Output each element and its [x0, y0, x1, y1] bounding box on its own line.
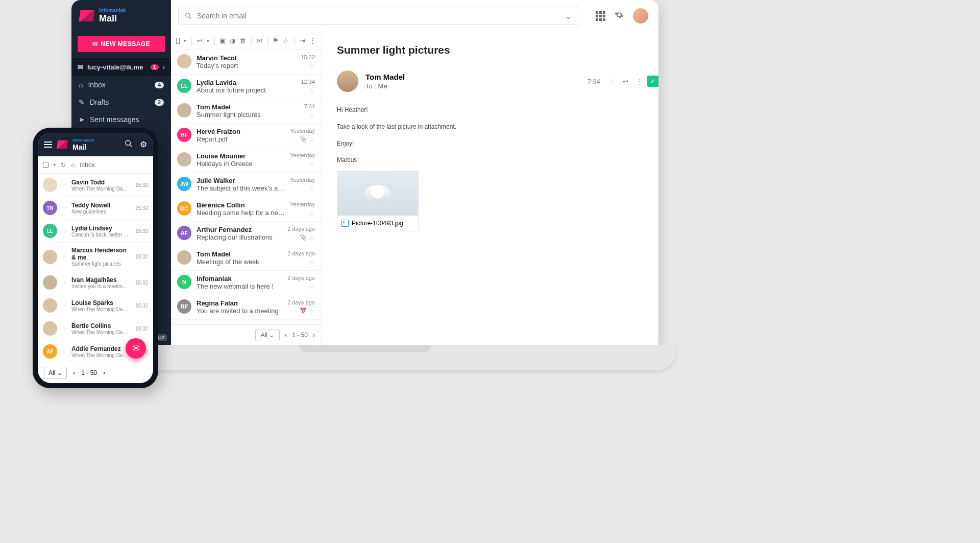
email-time: 7:34 [587, 78, 600, 85]
message-row[interactable]: Louise MounierHolidays in GreeceYesterda… [171, 148, 321, 173]
side-check-badge[interactable] [647, 76, 658, 87]
sidebar-item-sent[interactable]: ➤ Sent messages [71, 111, 171, 128]
star-icon[interactable]: ☆ [309, 185, 315, 193]
message-row[interactable]: JWJulie WalkerThe subject of this week's… [171, 173, 321, 197]
sidebar-item-drafts[interactable]: ✎ Drafts 2 [71, 93, 171, 111]
star-icon[interactable]: ☆ [309, 160, 315, 168]
chevron-right-icon: › [163, 63, 165, 71]
star-icon[interactable]: ☆ [309, 234, 315, 242]
select-dropdown-icon[interactable]: ▾ [184, 38, 186, 43]
prev-page-icon[interactable]: ‹ [285, 332, 287, 339]
compose-fab[interactable]: ✉ [126, 338, 146, 359]
message-row[interactable]: Tom MadelSummer light pictures7:34☆ [171, 99, 321, 124]
star-icon[interactable]: ☆ [309, 209, 315, 217]
message-row[interactable]: ☆Bertie CollinsWhen The Morning Dawns15:… [38, 317, 153, 340]
gear-icon[interactable] [615, 10, 624, 21]
message-row[interactable]: Tom MadelMeetings of the week2 days ago☆ [171, 246, 321, 271]
phone-mock: Infomaniak Mail ⚙ ▾ ↻ ⌂ Inbox ☆Gavin Tod… [33, 128, 158, 388]
star-icon[interactable]: ☆ [62, 279, 67, 286]
more-icon[interactable]: ⋮ [309, 37, 316, 44]
gear-icon[interactable]: ⚙ [140, 139, 147, 150]
more-icon[interactable]: ⋮ [636, 78, 643, 85]
brand: Infomaniak Mail [71, 0, 171, 32]
sidebar-item-label: Sent messages [90, 115, 139, 124]
refresh-icon[interactable]: ↻ [61, 161, 66, 169]
sidebar-item-inbox[interactable]: ⌂ Inbox 4 [71, 76, 171, 93]
star-icon[interactable]: ☆ [608, 78, 615, 85]
profile-avatar[interactable] [633, 8, 648, 23]
body-line: Hi Heather! [337, 104, 643, 116]
hamburger-icon[interactable] [44, 141, 52, 148]
filter-all-dropdown[interactable]: All ⌄ [255, 329, 280, 341]
mark-read-icon[interactable]: ✉ [257, 37, 262, 44]
message-time: Yesterday [290, 152, 315, 158]
message-row[interactable]: NInfomaniakThe new webmail is here !2 da… [171, 271, 321, 295]
message-row[interactable]: HFHervé FraizonReport.pdfYesterday📎☆ [171, 124, 321, 148]
sidebar-count: 2 [155, 99, 164, 106]
reply-icon[interactable]: ↩ [623, 78, 628, 85]
account-row[interactable]: ✉ lucy-vitale@ik.me 1 › [71, 58, 171, 76]
star-icon[interactable]: ☆ [62, 325, 67, 332]
archive-icon[interactable]: ▣ [219, 37, 226, 44]
star-icon[interactable]: ☆ [62, 253, 67, 260]
message-subject: About our future project [197, 86, 296, 94]
new-message-label: NEW MESSAGE [101, 40, 150, 48]
message-subject: Meetings of the week [197, 258, 282, 266]
move-icon[interactable]: ⇥ [300, 37, 305, 44]
spam-icon[interactable]: ◑ [230, 37, 235, 44]
reply-icon[interactable]: ↩ [197, 37, 203, 44]
email-subject: Summer light pictures [337, 44, 643, 56]
star-icon[interactable]: ☆ [309, 136, 315, 144]
select-all-checkbox[interactable] [176, 38, 180, 44]
star-icon[interactable]: ☆ [62, 205, 67, 211]
apps-grid-icon[interactable] [596, 11, 605, 21]
message-row[interactable]: ☆Gavin ToddWhen The Morning Dawns15:32 [38, 174, 153, 197]
sidebar-count: 4 [155, 82, 164, 88]
star-icon[interactable]: ☆ [309, 283, 315, 291]
message-row[interactable]: TN☆Teddy NowellNew guidelines15:32 [38, 197, 153, 220]
message-subject: Invites you to a meeting event [71, 284, 130, 289]
search-field[interactable]: ⌄ [178, 7, 578, 25]
message-row[interactable]: Marvin TecolToday's report15:32☆ [171, 50, 321, 75]
star-icon[interactable]: ☆ [309, 258, 315, 266]
message-subject: Today's report [197, 62, 296, 69]
star-icon[interactable]: ☆ [309, 87, 315, 95]
trash-icon[interactable]: 🗑 [239, 37, 246, 44]
message-from: Tom Madel [197, 103, 299, 111]
envelope-icon: ✉ [78, 63, 83, 71]
star-icon[interactable]: ☆ [309, 111, 315, 119]
next-page-icon[interactable]: › [103, 369, 105, 376]
message-row[interactable]: RFRegina FalanYou are invited to a meeti… [171, 295, 321, 320]
select-all-checkbox[interactable] [43, 162, 48, 168]
message-row[interactable]: ☆Marcus Henderson & meSummer light pictu… [38, 243, 153, 271]
new-message-button[interactable]: ✉ NEW MESSAGE [78, 36, 165, 52]
chevron-down-icon[interactable]: ⌄ [565, 11, 572, 21]
message-time: 15:32 [301, 54, 315, 60]
search-icon[interactable] [125, 139, 133, 150]
prev-page-icon[interactable]: ‹ [73, 369, 75, 376]
star-icon[interactable]: ☆ [309, 62, 315, 70]
flag-icon[interactable]: ⚑ [273, 37, 279, 44]
filter-all-dropdown[interactable]: All ⌄ [44, 367, 67, 379]
sender-name: Tom Madel [365, 73, 405, 81]
phone-app: Infomaniak Mail ⚙ ▾ ↻ ⌂ Inbox ☆Gavin Tod… [38, 133, 153, 383]
attachment-card[interactable]: Picture-100493.jpg [337, 171, 419, 231]
brand-product: Mail [72, 143, 86, 151]
select-dropdown-icon[interactable]: ▾ [54, 162, 56, 167]
message-row[interactable]: BCBérénice CollinNeeding some help for a… [171, 197, 321, 222]
star-icon[interactable]: ☆ [62, 302, 67, 309]
star-icon[interactable]: ☆ [309, 308, 315, 315]
star-icon[interactable]: ☆ [62, 348, 67, 355]
star-icon[interactable]: ☆ [62, 182, 67, 188]
message-row[interactable]: ☆Louise SparksWhen The Morning Dawns15:3… [38, 294, 153, 317]
next-page-icon[interactable]: › [313, 332, 315, 339]
message-row[interactable]: LLLydia LavidaAbout our future project12… [171, 75, 321, 99]
message-row[interactable]: ☆Ivan MagalhãesInvites you to a meeting … [38, 271, 153, 294]
app-window: Infomaniak Mail ⌄ ✉ NEW MESSAGE [71, 0, 658, 345]
star-icon[interactable]: ☆ [62, 228, 67, 234]
reply-dropdown-icon[interactable]: ▾ [207, 38, 209, 43]
message-row[interactable]: LL☆Lydia LindseyCancun is back, better …… [38, 220, 153, 243]
star-icon[interactable]: ☆ [283, 37, 289, 44]
search-input[interactable] [197, 12, 560, 20]
message-row[interactable]: AFArthur FernandezReplacing our illustra… [171, 222, 321, 246]
